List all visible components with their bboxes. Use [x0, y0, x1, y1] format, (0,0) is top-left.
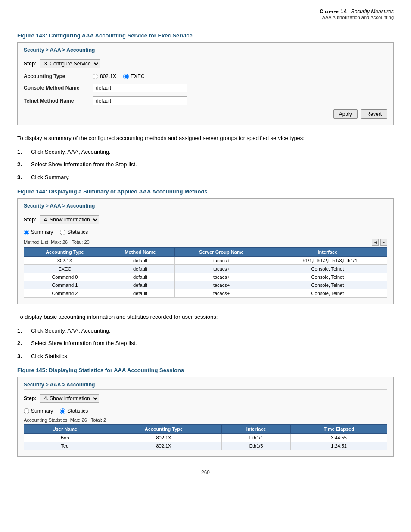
fig143-console-value: [93, 84, 387, 92]
fig143-telnet-row: Telnet Method Name: [24, 96, 387, 105]
step1-text1: Click Security, AAA, Accounting.: [31, 148, 111, 156]
fig144-total-label: Total: 20: [72, 240, 90, 245]
fig144-step-label: Step:: [24, 217, 37, 223]
fig144-max-label: Max: 26: [51, 240, 68, 245]
fig144-radio-statistics[interactable]: [60, 230, 65, 235]
fig144-col-method-name: Method Name: [106, 248, 174, 257]
body-text-2: To display basic accounting information …: [17, 313, 394, 321]
figure-145-ui-box: Security > AAA > Accounting Step: 4. Sho…: [17, 377, 394, 457]
step2-text1: Click Security, AAA, Accounting.: [31, 327, 111, 335]
fig145-step-select[interactable]: 4. Show Information: [40, 394, 99, 403]
fig145-radio-summary-label: Summary: [31, 408, 53, 414]
fig144-step-row: Step: 4. Show Information: [24, 215, 387, 224]
fig145-radio-summary-item: Summary: [24, 408, 53, 414]
fig145-max-label: Max: 26: [70, 417, 87, 423]
body-text-1: To display a summary of the configured a…: [17, 134, 394, 143]
fig143-radio-exec[interactable]: [123, 74, 129, 79]
fig143-radio-802x-item: 802.1X: [93, 73, 116, 79]
fig144-col-acct-type: Accounting Type: [24, 248, 106, 257]
fig145-col-time-elapsed: Time Elapsed: [291, 425, 387, 434]
fig144-table-header-row: Accounting Type Method Name Server Group…: [24, 248, 387, 257]
figure-143-caption: Figure 143: Configuring AAA Accounting S…: [17, 32, 394, 39]
fig144-nav-next-icon[interactable]: ►: [380, 239, 387, 246]
table-row: Command 1defaulttacacs+Console, Telnet: [24, 281, 387, 289]
fig145-table-meta: Accounting Statistics Max: 26 Total: 2: [24, 417, 387, 423]
steps-list-2: 1. Click Security, AAA, Accounting. 2. S…: [17, 327, 394, 361]
step1-num1: 1.: [17, 148, 31, 156]
fig145-summary-radio-row: Summary Statistics: [24, 408, 387, 414]
step1-item3: 3. Click Summary.: [17, 173, 394, 182]
fig144-nav-prev-icon[interactable]: ◄: [372, 239, 379, 246]
fig143-console-row: Console Method Name: [24, 84, 387, 92]
page-header: Chapter 14 | Security Measures AAA Autho…: [17, 9, 394, 22]
sub-section: AAA Authorization and Accounting: [17, 15, 394, 20]
fig144-radio-statistics-item: Statistics: [60, 229, 88, 235]
fig143-step-label: Step:: [24, 61, 37, 67]
fig145-radio-summary[interactable]: [24, 408, 29, 414]
fig145-col-acct-type: Accounting Type: [106, 425, 221, 434]
step1-text2: Select Show Information from the Step li…: [31, 160, 137, 169]
fig144-table: Accounting Type Method Name Server Group…: [24, 247, 387, 298]
fig143-apply-button[interactable]: Apply: [333, 109, 358, 119]
step2-num1: 1.: [17, 327, 31, 335]
step2-text2: Select Show Information from the Step li…: [31, 339, 137, 348]
figure-144-caption: Figure 144: Displaying a Summary of Appl…: [17, 188, 394, 195]
table-row: Ted802.1XEth1/51:24:51: [24, 442, 387, 450]
fig143-ui-title: Security > AAA > Accounting: [24, 47, 387, 55]
fig143-revert-button[interactable]: Revert: [361, 109, 387, 119]
fig143-accounting-type-label: Accounting Type: [24, 73, 93, 79]
step2-num3: 3.: [17, 352, 31, 361]
fig145-total-label: Total: 2: [91, 417, 106, 423]
fig144-method-list-info: Method List Max: 26 Total: 20: [24, 240, 90, 245]
fig145-table-header-row: User Name Accounting Type Interface Time…: [24, 425, 387, 434]
step1-item2: 2. Select Show Information from the Step…: [17, 160, 394, 169]
table-row: EXECdefaulttacacs+Console, Telnet: [24, 265, 387, 273]
step2-num2: 2.: [17, 339, 31, 348]
fig144-radio-summary[interactable]: [24, 230, 29, 235]
fig143-console-input[interactable]: [93, 84, 187, 92]
step1-item1: 1. Click Security, AAA, Accounting.: [17, 148, 394, 156]
fig145-accounting-stats-label: Accounting Statistics: [24, 417, 68, 423]
fig143-telnet-value: [93, 96, 387, 105]
fig144-radio-summary-label: Summary: [31, 229, 53, 235]
table-row: Command 0defaulttacacs+Console, Telnet: [24, 273, 387, 281]
fig145-radio-statistics[interactable]: [60, 408, 65, 414]
fig145-step-row: Step: 4. Show Information: [24, 394, 387, 403]
page-number: – 269 –: [17, 470, 394, 476]
chapter-label: Chapter 14: [320, 9, 347, 15]
step1-num2: 2.: [17, 160, 31, 169]
fig144-method-list-label: Method List: [24, 240, 48, 245]
step2-item1: 1. Click Security, AAA, Accounting.: [17, 327, 394, 335]
fig143-telnet-input[interactable]: [93, 96, 187, 105]
fig143-accounting-type-radios: 802.1X EXEC: [93, 73, 387, 79]
fig144-radio-summary-item: Summary: [24, 229, 53, 235]
fig143-radio-exec-item: EXEC: [123, 73, 145, 79]
step2-item2: 2. Select Show Information from the Step…: [17, 339, 394, 348]
step2-text3: Click Statistics.: [31, 352, 68, 361]
fig143-radio-802x[interactable]: [93, 74, 98, 79]
fig145-radio-statistics-label: Statistics: [67, 408, 88, 414]
fig143-step-select[interactable]: 3. Configure Service: [40, 59, 100, 68]
fig143-radio-802x-label: 802.1X: [100, 73, 116, 79]
fig145-col-interface: Interface: [221, 425, 290, 434]
steps-list-1: 1. Click Security, AAA, Accounting. 2. S…: [17, 148, 394, 182]
fig145-stats-info: Accounting Statistics Max: 26 Total: 2: [24, 417, 106, 423]
table-row: 802.1Xdefaulttacacs+Eth1/1,Eth1/2,Eth1/3…: [24, 257, 387, 265]
figure-143-ui-box: Security > AAA > Accounting Step: 3. Con…: [17, 42, 394, 125]
fig144-col-server-group: Server Group Name: [175, 248, 268, 257]
fig145-col-user-name: User Name: [24, 425, 106, 434]
section-title: Security Measures: [351, 9, 394, 15]
fig143-console-label: Console Method Name: [24, 85, 93, 91]
fig145-ui-title: Security > AAA > Accounting: [24, 382, 387, 390]
fig144-step-select[interactable]: 4. Show Information: [40, 215, 99, 224]
fig144-ui-title: Security > AAA > Accounting: [24, 203, 387, 211]
step2-item3: 3. Click Statistics.: [17, 352, 394, 361]
fig144-summary-radio-row: Summary Statistics: [24, 229, 387, 235]
fig143-step-row: Step: 3. Configure Service: [24, 59, 387, 68]
fig144-table-meta: Method List Max: 26 Total: 20 ◄ ►: [24, 239, 387, 246]
fig144-radio-statistics-label: Statistics: [67, 229, 88, 235]
table-row: Bob802.1XEth1/13:44:55: [24, 434, 387, 442]
fig143-button-row: Apply Revert: [24, 109, 387, 119]
fig143-radio-exec-label: EXEC: [131, 73, 145, 79]
fig145-radio-statistics-item: Statistics: [60, 408, 88, 414]
